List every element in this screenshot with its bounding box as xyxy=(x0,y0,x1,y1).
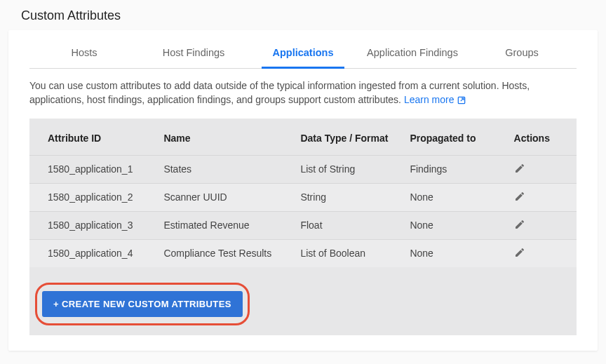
page-title: Custom Attributes xyxy=(0,8,606,30)
edit-button[interactable] xyxy=(514,163,525,174)
column-header-prop: Propagated to xyxy=(401,119,505,156)
cell-id: 1580_application_4 xyxy=(29,239,155,267)
column-header-name: Name xyxy=(155,119,292,156)
cell-type: List of String xyxy=(292,155,401,183)
cell-prop: None xyxy=(401,183,505,211)
create-area: + CREATE NEW CUSTOM ATTRIBUTES xyxy=(42,291,243,317)
table-row: 1580_application_3 Estimated Revenue Flo… xyxy=(29,211,577,239)
cell-prop: Findings xyxy=(401,155,505,183)
attributes-table: Attribute ID Name Data Type / Format Pro… xyxy=(29,119,577,267)
column-header-id: Attribute ID xyxy=(29,119,155,156)
cell-name: Compliance Test Results xyxy=(155,239,292,267)
cell-name: States xyxy=(155,155,292,183)
tab-application-findings[interactable]: Application Findings xyxy=(358,37,467,68)
tab-hosts[interactable]: Hosts xyxy=(29,37,139,68)
tabs: Hosts Host Findings Applications Applica… xyxy=(29,37,577,69)
tab-groups[interactable]: Groups xyxy=(467,37,577,68)
card: Hosts Host Findings Applications Applica… xyxy=(8,30,598,351)
learn-more-link[interactable]: Learn more xyxy=(404,93,467,107)
edit-button[interactable] xyxy=(514,191,525,202)
description: You can use custom attributes to add dat… xyxy=(29,79,577,107)
cell-type: String xyxy=(292,183,401,211)
edit-button[interactable] xyxy=(514,247,525,258)
create-new-custom-attributes-button[interactable]: + CREATE NEW CUSTOM ATTRIBUTES xyxy=(42,291,243,317)
external-link-icon xyxy=(457,95,466,105)
table-row: 1580_application_2 Scanner UUID String N… xyxy=(29,183,577,211)
cell-name: Scanner UUID xyxy=(155,183,292,211)
column-header-type: Data Type / Format xyxy=(292,119,401,156)
cell-type: List of Boolean xyxy=(292,239,401,267)
cell-id: 1580_application_2 xyxy=(29,183,155,211)
cell-prop: None xyxy=(401,211,505,239)
tab-host-findings[interactable]: Host Findings xyxy=(139,37,248,68)
learn-more-label: Learn more xyxy=(404,93,454,107)
tab-applications[interactable]: Applications xyxy=(248,37,358,68)
cell-type: Float xyxy=(292,211,401,239)
cell-prop: None xyxy=(401,239,505,267)
edit-button[interactable] xyxy=(514,219,525,230)
cell-name: Estimated Revenue xyxy=(155,211,292,239)
table-row: 1580_application_4 Compliance Test Resul… xyxy=(29,239,577,267)
table-row: 1580_application_1 States List of String… xyxy=(29,155,577,183)
column-header-actions: Actions xyxy=(506,119,577,156)
cell-id: 1580_application_3 xyxy=(29,211,155,239)
cell-id: 1580_application_1 xyxy=(29,155,155,183)
attributes-table-wrap: Attribute ID Name Data Type / Format Pro… xyxy=(29,119,577,335)
